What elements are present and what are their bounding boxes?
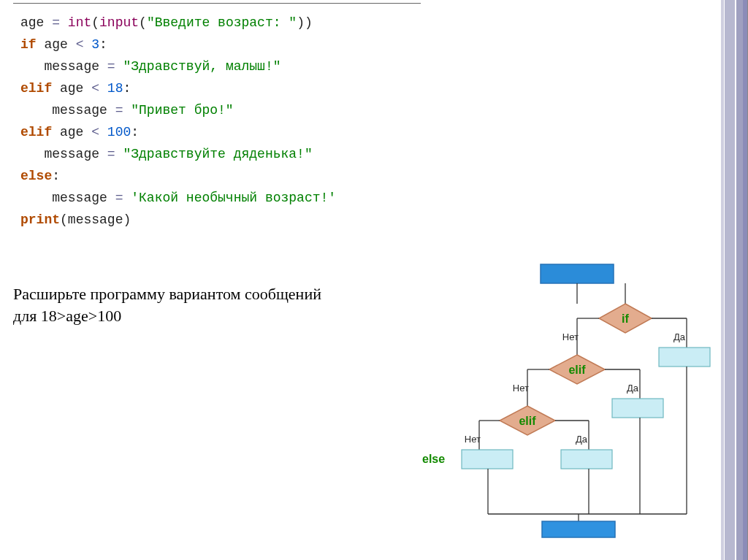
flow-no-label: Нет <box>513 383 529 394</box>
string-literal: "Здравствуйте дяденька!" <box>123 147 312 161</box>
number-literal: 3 <box>91 37 99 52</box>
function-name: print <box>20 212 60 227</box>
code-text: age <box>52 81 91 96</box>
flow-no-label: Нет <box>465 434 481 445</box>
keyword: elif <box>20 81 52 96</box>
number-literal: 18 <box>107 81 123 96</box>
flow-no-label: Нет <box>562 331 579 342</box>
code-text <box>123 191 131 205</box>
code-text <box>123 103 131 118</box>
task-line: для 18>age>100 <box>13 307 121 325</box>
task-line: Расширьте программу вариантом сообщений <box>13 285 321 303</box>
flow-action-box <box>462 450 513 469</box>
flow-yes-label: Да <box>576 434 588 445</box>
colon: : <box>52 169 60 183</box>
code-block: age = int(input("Введите возраст: ")) if… <box>20 12 336 231</box>
operator: < <box>91 125 99 139</box>
task-text: Расширьте программу вариантом сообщений … <box>13 283 408 327</box>
operator: = <box>115 103 123 118</box>
string-literal: "Привет бро!" <box>131 103 233 118</box>
code-text: message <box>20 103 115 118</box>
paren: ( <box>91 15 99 30</box>
horizontal-rule <box>13 3 421 4</box>
flow-elif-label: elif <box>519 415 536 427</box>
function-name: input <box>99 15 139 30</box>
flow-start-box <box>541 264 614 283</box>
decor-stripe <box>725 0 735 560</box>
string-literal: "Введите возраст: " <box>147 15 297 30</box>
colon: : <box>131 125 139 139</box>
paren: ) <box>123 212 131 227</box>
flow-yes-label: Да <box>627 383 639 394</box>
flow-action-box <box>561 450 612 469</box>
decor-stripe <box>743 0 748 560</box>
paren: )) <box>297 15 313 30</box>
string-literal: 'Какой необычный возраст!' <box>131 191 336 205</box>
code-text <box>99 81 107 96</box>
code-text <box>115 59 123 74</box>
code-text: age <box>37 37 76 52</box>
flow-if-label: if <box>622 312 629 325</box>
paren: ( <box>60 212 68 227</box>
code-text: age <box>52 125 91 139</box>
code-text <box>60 15 68 30</box>
flowchart: if Да Нет elif Да Нет elif Да <box>409 261 716 539</box>
code-text: message <box>20 59 107 74</box>
code-text: age <box>20 15 52 30</box>
code-text <box>99 125 107 139</box>
decor-stripe <box>721 0 724 560</box>
string-literal: "Здравствуй, малыш!" <box>123 59 280 74</box>
flow-else-label: else <box>422 453 445 465</box>
code-text <box>83 37 91 52</box>
operator: < <box>91 81 99 96</box>
keyword: else <box>20 169 52 183</box>
flow-yes-label: Да <box>673 331 686 342</box>
number-literal: 100 <box>107 125 131 139</box>
keyword: if <box>20 37 37 52</box>
slide: age = int(input("Введите возраст: ")) if… <box>0 0 748 560</box>
flow-elif-label: elif <box>568 364 586 376</box>
code-text <box>115 147 123 161</box>
operator: = <box>115 191 123 205</box>
paren: ( <box>139 15 147 30</box>
flow-end-box <box>542 521 615 537</box>
keyword: elif <box>20 125 52 139</box>
operator: = <box>107 59 115 74</box>
function-name: int <box>68 15 91 30</box>
colon: : <box>123 81 131 96</box>
colon: : <box>99 37 107 52</box>
operator: < <box>76 37 84 52</box>
operator: = <box>107 147 115 161</box>
code-text: message <box>68 212 123 227</box>
code-text: message <box>20 147 107 161</box>
flow-action-box <box>612 399 663 418</box>
flow-action-box <box>659 348 710 367</box>
code-text: message <box>20 191 115 205</box>
operator: = <box>52 15 60 30</box>
